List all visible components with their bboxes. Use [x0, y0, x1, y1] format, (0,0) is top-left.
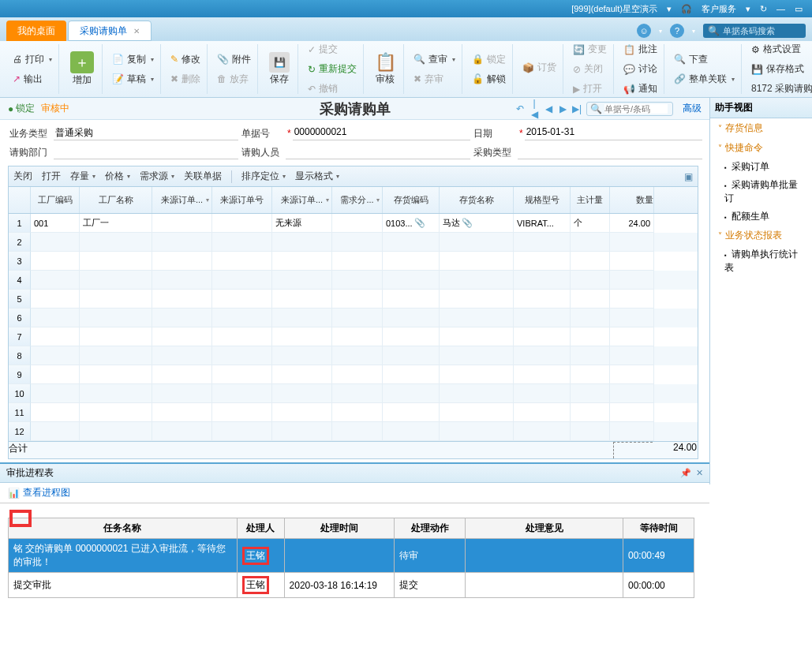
grid-price-button[interactable]: 价格▾ — [105, 170, 130, 183]
table-row[interactable]: 7 — [9, 327, 698, 346]
grid-sort-button[interactable]: 排序定位▾ — [241, 170, 286, 183]
service-label[interactable]: 客户服务 — [702, 3, 736, 15]
view-chart-link[interactable]: 📊查看进程图 — [8, 486, 702, 499]
grid-display-button[interactable]: 显示格式▾ — [295, 170, 339, 183]
col-source-order[interactable]: 来源订单... — [152, 187, 212, 213]
table-row[interactable]: 8 — [9, 346, 698, 365]
pushdown-button[interactable]: 🔍下查 — [671, 51, 738, 68]
service-dropdown-icon[interactable]: ▾ — [746, 4, 750, 14]
resubmit-button[interactable]: ↻重新提交 — [305, 61, 360, 77]
col-factory-code[interactable]: 工厂编码 — [31, 187, 80, 213]
table-row[interactable]: 11 — [9, 403, 698, 422]
col-uom[interactable]: 主计量 — [571, 187, 610, 213]
barcode-search[interactable]: 🔍 — [703, 24, 806, 38]
doc-no-field[interactable]: 0000000021 — [293, 126, 470, 140]
close-icon[interactable]: ✕ — [696, 468, 703, 478]
col-source-order-line[interactable]: 来源订单... — [272, 187, 332, 213]
modify-button[interactable]: ✎修改 — [167, 51, 204, 68]
open-button[interactable]: ▶打开 — [570, 80, 610, 97]
minimize-icon[interactable]: — — [776, 4, 785, 13]
close-icon[interactable]: ✕ — [133, 27, 140, 36]
next-icon[interactable]: ▶ — [558, 103, 567, 114]
col-spec[interactable]: 规格型号 — [514, 187, 571, 213]
abandon-button[interactable]: ✖弃审 — [410, 71, 458, 88]
table-row[interactable]: 10 — [9, 384, 698, 403]
review-button[interactable]: 🔍查审▾ — [410, 51, 458, 68]
grid-relate-button[interactable]: 关联单据 — [184, 170, 222, 183]
grid-demand-button[interactable]: 需求源▾ — [140, 170, 174, 183]
approval-row[interactable]: 提交审批 王铭 2020-03-18 16:14:19 提交 00:00:00 — [9, 573, 694, 598]
col-factory-name[interactable]: 工厂名称 — [80, 187, 152, 213]
table-row[interactable]: 12 — [9, 422, 698, 441]
person-field[interactable] — [286, 145, 470, 159]
batch-approve-button[interactable]: 📋批注 — [620, 41, 660, 58]
tab-purchase-request[interactable]: 采购请购单✕ — [68, 21, 152, 41]
wholelink-button[interactable]: 🔗整单关联▾ — [671, 71, 738, 88]
assistant-item[interactable]: 配额生单 — [710, 208, 812, 226]
grid-stock-button[interactable]: 存量▾ — [70, 170, 95, 183]
tab-desktop[interactable]: 我的桌面 — [6, 21, 66, 41]
pur-type-field[interactable] — [518, 145, 702, 159]
env-dropdown-icon[interactable]: ▾ — [667, 4, 672, 14]
table-row[interactable]: 9 — [9, 365, 698, 384]
draft-button[interactable]: 📝草稿▾ — [109, 71, 157, 88]
smiley-icon[interactable]: ☺ — [637, 24, 651, 38]
col-source-order-no[interactable]: 来源订单号 — [212, 187, 272, 213]
notify-button[interactable]: 📢通知 — [620, 80, 660, 97]
lock-button[interactable]: 🔒锁定 — [469, 51, 509, 68]
table-row[interactable]: 4 — [9, 271, 698, 290]
assistant-item[interactable]: 请购单执行统计表 — [710, 245, 812, 277]
save-button[interactable]: 💾保存 — [264, 50, 294, 88]
first-icon[interactable]: |◀ — [529, 98, 539, 120]
col-inventory-code[interactable]: 存货编码 — [383, 187, 440, 213]
saveformat-button[interactable]: 💾保存格式 — [748, 61, 812, 77]
barcode-search-input[interactable] — [723, 26, 794, 36]
grid-open-button[interactable]: 打开 — [42, 170, 61, 183]
assistant-item[interactable]: 采购订单 — [710, 158, 812, 176]
template-select[interactable]: 8172 采购请购单▾ — [748, 80, 812, 97]
unlock-button[interactable]: 🔓解锁 — [469, 71, 509, 88]
export-button[interactable]: ↗输出 — [9, 71, 55, 88]
approval-row[interactable]: 铭 交的请购单 0000000021 已进入审批流，等待您的审批！ 王铭 待审 … — [9, 539, 694, 573]
doc-search[interactable]: 🔍 — [586, 102, 673, 116]
order-button[interactable]: 📦订货 — [519, 59, 559, 76]
assistant-sect-shortcuts[interactable]: 快捷命令 — [710, 138, 812, 158]
dept-field[interactable] — [54, 145, 238, 159]
assistant-sect-reports[interactable]: 业务状态报表 — [710, 226, 812, 245]
doc-search-input[interactable] — [604, 104, 668, 114]
discard-button[interactable]: 🗑放弃 — [214, 71, 254, 88]
advanced-link[interactable]: 高级 — [683, 102, 702, 115]
grid-close-button[interactable]: 关闭 — [13, 170, 32, 183]
delete-button[interactable]: ✖删除 — [167, 71, 204, 88]
print-button[interactable]: 🖨打印▾ — [9, 51, 55, 68]
undo-icon[interactable]: ↶ — [515, 103, 525, 114]
table-row[interactable]: 1001工厂一无来源0103...📎马达📎VIBRAT...个24.00 — [9, 214, 698, 233]
grid-expand-icon[interactable]: ▣ — [684, 171, 693, 182]
revoke-button[interactable]: ↶撤销 — [305, 80, 360, 97]
change-button[interactable]: 🔄变更 — [570, 41, 610, 58]
assistant-item[interactable]: 采购请购单批量订 — [710, 176, 812, 208]
prev-icon[interactable]: ◀ — [544, 103, 553, 114]
col-qty[interactable]: 数量 — [610, 187, 654, 213]
discuss-button[interactable]: 💬讨论 — [620, 61, 660, 77]
close-button[interactable]: ⊘关闭 — [570, 61, 610, 77]
attach-button[interactable]: 📎附件 — [214, 51, 254, 68]
copy-button[interactable]: 📄复制▾ — [109, 51, 157, 68]
help-icon[interactable]: ? — [670, 24, 684, 38]
table-row[interactable]: 2 — [9, 233, 698, 252]
maximize-icon[interactable]: ▭ — [795, 4, 803, 14]
approve-button[interactable]: 📋审核 — [370, 50, 400, 88]
refresh-icon[interactable]: ↻ — [760, 4, 767, 14]
submit-button[interactable]: ✓提交 — [305, 41, 360, 58]
table-row[interactable]: 6 — [9, 309, 698, 327]
lock-status[interactable]: ●锁定 — [8, 102, 35, 115]
format-button[interactable]: ⚙格式设置 — [748, 41, 812, 58]
add-button[interactable]: ＋增加 — [65, 50, 99, 88]
col-inventory-name[interactable]: 存货名称 — [440, 187, 514, 213]
last-icon[interactable]: ▶| — [572, 103, 582, 114]
biz-type-field[interactable]: 普通采购 — [54, 126, 238, 140]
table-row[interactable]: 3 — [9, 252, 698, 271]
assistant-sect-inventory[interactable]: 存货信息 — [710, 118, 812, 138]
col-demand-source[interactable]: 需求分... — [332, 187, 383, 213]
table-row[interactable]: 5 — [9, 290, 698, 309]
